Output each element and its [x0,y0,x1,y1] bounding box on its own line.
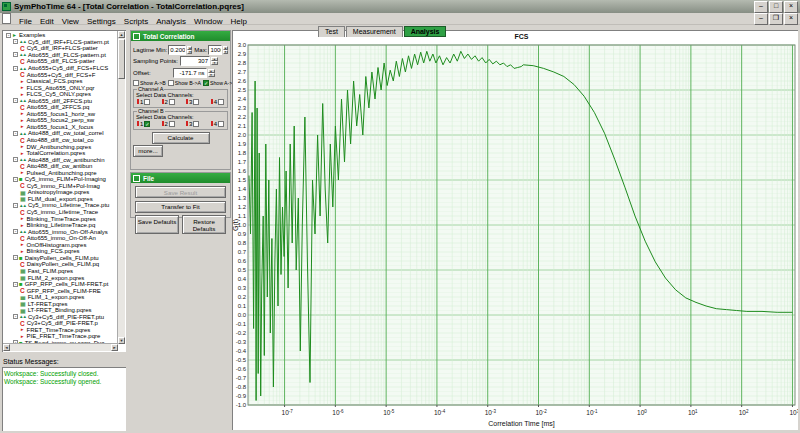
detector-color-tag [186,121,188,126]
lagtime-max-label: Max: [194,47,207,53]
lagtime-max-stepper[interactable]: ▲▼ [223,46,228,54]
tree-item-label: Atto655_diff_2FFCS.ptu [28,98,92,104]
more-button[interactable]: more... [133,145,163,157]
collapse-expander-icon[interactable]: - [13,52,18,57]
menu-file[interactable]: File [15,17,36,26]
raw-data-result-icon: C [20,320,25,327]
channel-a-select-label: Select Data Channels: [136,92,225,98]
svg-text:1.8: 1.8 [238,150,247,156]
mdi-minimize-button-icon[interactable]: – [754,13,768,25]
svg-text:2.6: 2.6 [238,78,247,84]
tree-item-label: OnOffHistogram.pqres [26,242,86,248]
restore-defaults-button[interactable]: Restore Defaults [182,215,226,234]
maximize-button-icon[interactable]: □ [769,1,783,13]
raw-data-result-icon: C [20,71,25,78]
tree-horizontal-scrollbar[interactable]: ◄ ► [3,343,118,351]
svg-text:2.7: 2.7 [238,69,247,75]
tree-item-label: FLCS_Atto655_ONLY.pqr [26,85,94,91]
close-button-icon[interactable]: × [784,1,798,13]
document-icon [2,13,11,24]
collapse-expander-icon[interactable]: - [6,33,11,38]
show-option-checkbox[interactable] [168,80,174,86]
collapse-expander-icon[interactable]: - [13,255,18,260]
channel-number: 1 [140,99,143,105]
menu-analysis[interactable]: Analysis [152,17,190,26]
sampling-points-input[interactable]: 307 [180,56,210,66]
collapse-expander-icon[interactable]: - [13,282,18,287]
save-defaults-button[interactable]: Save Defaults [135,215,179,234]
spin-down-icon: ▼ [211,61,218,65]
raw-data-result-icon: C [20,209,25,216]
channel-b-channel-3-checkbox[interactable] [193,121,199,127]
sampling-points-stepper[interactable]: ▲▼ [211,57,218,65]
show-option-checkbox[interactable] [133,80,139,86]
calculate-button[interactable]: Calculate [152,132,210,144]
file-panel: File Save Result Transfer to Fit Save De… [130,172,231,218]
status-messages-box: Workspace: Successfully closed.Workspace… [2,367,126,431]
mdi-close-button-icon[interactable]: × [784,13,798,25]
tree-item-label: DW_Antibunching.pqres [26,144,91,150]
tree-item-label: Cy5_diff_IRF+FLCS-pattern.pt [28,39,109,45]
offset-stepper[interactable]: ▲▼ [208,69,215,77]
show-option-checkbox[interactable] [203,80,209,86]
lagtime-min-input[interactable]: 0.20000 ms [168,45,186,55]
menu-settings[interactable]: Settings [83,17,120,26]
channel-a-channel-1-checkbox[interactable] [144,99,150,105]
collapse-expander-icon[interactable]: - [13,157,18,162]
menu-view[interactable]: View [58,17,83,26]
menu-help[interactable]: Help [227,17,251,26]
tree-item-label: Atto655+Cy5_diff_FCS+FLCS [28,65,108,71]
minimize-button-icon[interactable]: – [754,1,768,13]
channel-number: 3 [189,121,192,127]
channel-a-group: Channel A Select Data Channels: 1234 [133,89,228,108]
file-panel-header[interactable]: File [131,173,230,183]
channel-b-channel-2-checkbox[interactable] [169,121,175,127]
svg-text:3.0: 3.0 [238,42,247,48]
collapse-expander-icon[interactable]: - [13,131,18,136]
svg-text:0.7: 0.7 [238,249,247,255]
lagtime-min-stepper[interactable]: ▲▼ [187,46,192,54]
channel-a-channel-3-checkbox[interactable] [193,99,199,105]
collapse-expander-icon[interactable]: - [13,39,18,44]
scroll-right-icon[interactable]: ► [111,344,118,351]
scroll-thumb[interactable] [118,39,125,79]
channel-a-channel-2-checkbox[interactable] [169,99,175,105]
save-result-button[interactable]: Save Result [135,186,226,198]
channel-b-channel-2: 2 [162,121,175,127]
ptu-trace-file-icon: ▲▲ [19,98,26,103]
tree-item-label: Atto655_diff_FLCS-pattern.pt [28,52,106,58]
channel-b-select-label: Select Data Channels: [136,114,225,120]
tab-analysis[interactable]: Analysis [404,26,447,37]
collapse-expander-icon[interactable]: - [13,203,18,208]
channel-b-channel-4-checkbox[interactable] [218,121,224,127]
svg-text:10-6: 10-6 [332,409,344,416]
collapse-expander-icon[interactable]: - [13,314,18,319]
tree-item-label: GFP_RFP_cells_FLIM-FRE [27,288,101,294]
total-correlation-header[interactable]: Total Correlation [131,31,230,41]
menu-window[interactable]: Window [190,17,226,26]
tree-item-label: Cy3+Cy5_diff_PIE-FRET.p [27,320,98,326]
collapse-expander-icon[interactable]: - [13,66,18,71]
scroll-up-icon[interactable]: ▲ [118,31,125,38]
tree-vertical-scrollbar[interactable]: ▲ ▼ [117,31,125,344]
svg-text:103: 103 [789,409,798,416]
transfer-to-fit-button[interactable]: Transfer to Fit [135,201,226,213]
scroll-left-icon[interactable]: ◄ [3,344,10,351]
channel-b-channel-4: 4 [211,121,224,127]
raw-data-result-icon: C [20,104,25,111]
menu-edit[interactable]: Edit [36,17,58,26]
tab-test[interactable]: Test [318,26,345,37]
mdi-restore-button-icon[interactable]: ❐ [769,13,783,25]
offset-input[interactable]: -171.7 ns [173,68,207,78]
channel-a-channel-4-checkbox[interactable] [218,99,224,105]
tree-item-label: Atto488_diff_cw_antibun [27,163,93,169]
menu-scripts[interactable]: Scripts [120,17,152,26]
collapse-expander-icon[interactable]: - [13,229,18,234]
collapse-expander-icon[interactable]: - [13,177,18,182]
scroll-down-icon[interactable]: ▼ [118,337,125,344]
tab-measurement[interactable]: Measurement [346,26,403,37]
collapse-expander-icon[interactable]: - [13,98,18,103]
channel-b-channel-1-checkbox[interactable] [144,121,150,127]
lagtime-max-input[interactable]: 1000 ms [208,45,222,55]
channel-a-channel-1: 1 [137,99,150,105]
